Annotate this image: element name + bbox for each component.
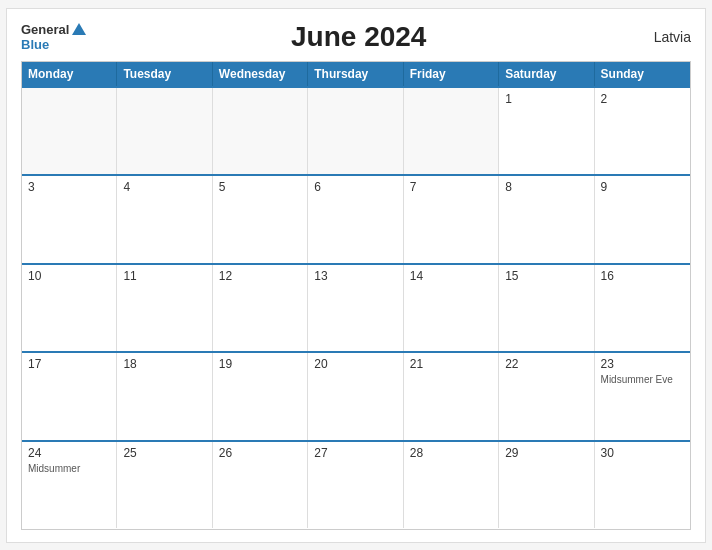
calendar-day-cell xyxy=(213,88,308,175)
day-number: 19 xyxy=(219,357,301,371)
country-label: Latvia xyxy=(631,29,691,45)
calendar-page: General Blue June 2024 Latvia Monday Tue… xyxy=(6,8,706,543)
calendar-day-cell: 27 xyxy=(308,442,403,529)
logo-general-text: General xyxy=(21,22,69,37)
header-thursday: Thursday xyxy=(308,62,403,86)
calendar-day-cell: 7 xyxy=(404,176,499,263)
header-wednesday: Wednesday xyxy=(213,62,308,86)
day-number: 13 xyxy=(314,269,396,283)
day-number: 3 xyxy=(28,180,110,194)
calendar-day-cell xyxy=(308,88,403,175)
day-number: 24 xyxy=(28,446,110,460)
day-number: 29 xyxy=(505,446,587,460)
day-number: 5 xyxy=(219,180,301,194)
calendar-day-cell: 25 xyxy=(117,442,212,529)
calendar-header-row: Monday Tuesday Wednesday Thursday Friday… xyxy=(22,62,690,86)
calendar-day-cell: 16 xyxy=(595,265,690,352)
calendar-day-cell: 5 xyxy=(213,176,308,263)
header-monday: Monday xyxy=(22,62,117,86)
header-saturday: Saturday xyxy=(499,62,594,86)
day-number: 23 xyxy=(601,357,684,371)
header-sunday: Sunday xyxy=(595,62,690,86)
calendar-week-5: 24Midsummer252627282930 xyxy=(22,440,690,529)
logo-triangle-icon xyxy=(72,23,86,35)
day-number: 1 xyxy=(505,92,587,106)
logo: General Blue xyxy=(21,22,86,52)
calendar-day-cell xyxy=(117,88,212,175)
calendar-day-cell: 11 xyxy=(117,265,212,352)
calendar-grid: Monday Tuesday Wednesday Thursday Friday… xyxy=(21,61,691,530)
event-label: Midsummer xyxy=(28,462,110,475)
calendar-day-cell: 15 xyxy=(499,265,594,352)
day-number: 17 xyxy=(28,357,110,371)
calendar-day-cell: 1 xyxy=(499,88,594,175)
calendar-day-cell: 4 xyxy=(117,176,212,263)
day-number: 14 xyxy=(410,269,492,283)
day-number: 10 xyxy=(28,269,110,283)
calendar-day-cell: 29 xyxy=(499,442,594,529)
calendar-day-cell: 21 xyxy=(404,353,499,440)
calendar-day-cell xyxy=(22,88,117,175)
calendar-day-cell: 12 xyxy=(213,265,308,352)
calendar-day-cell: 3 xyxy=(22,176,117,263)
day-number: 18 xyxy=(123,357,205,371)
calendar-week-3: 10111213141516 xyxy=(22,263,690,352)
day-number: 28 xyxy=(410,446,492,460)
calendar-week-1: 12 xyxy=(22,86,690,175)
day-number: 4 xyxy=(123,180,205,194)
calendar-day-cell: 24Midsummer xyxy=(22,442,117,529)
calendar-body: 1234567891011121314151617181920212223Mid… xyxy=(22,86,690,529)
day-number: 16 xyxy=(601,269,684,283)
calendar-day-cell xyxy=(404,88,499,175)
calendar-day-cell: 17 xyxy=(22,353,117,440)
day-number: 20 xyxy=(314,357,396,371)
calendar-day-cell: 30 xyxy=(595,442,690,529)
calendar-title: June 2024 xyxy=(86,21,631,53)
day-number: 9 xyxy=(601,180,684,194)
day-number: 21 xyxy=(410,357,492,371)
calendar-day-cell: 28 xyxy=(404,442,499,529)
day-number: 7 xyxy=(410,180,492,194)
day-number: 11 xyxy=(123,269,205,283)
header-tuesday: Tuesday xyxy=(117,62,212,86)
day-number: 6 xyxy=(314,180,396,194)
day-number: 30 xyxy=(601,446,684,460)
calendar-day-cell: 6 xyxy=(308,176,403,263)
day-number: 27 xyxy=(314,446,396,460)
day-number: 22 xyxy=(505,357,587,371)
calendar-day-cell: 8 xyxy=(499,176,594,263)
day-number: 25 xyxy=(123,446,205,460)
header-friday: Friday xyxy=(404,62,499,86)
calendar-day-cell: 19 xyxy=(213,353,308,440)
day-number: 2 xyxy=(601,92,684,106)
calendar-week-4: 17181920212223Midsummer Eve xyxy=(22,351,690,440)
calendar-day-cell: 13 xyxy=(308,265,403,352)
calendar-day-cell: 14 xyxy=(404,265,499,352)
day-number: 8 xyxy=(505,180,587,194)
calendar-day-cell: 20 xyxy=(308,353,403,440)
logo-blue-text: Blue xyxy=(21,37,49,52)
calendar-week-2: 3456789 xyxy=(22,174,690,263)
calendar-day-cell: 23Midsummer Eve xyxy=(595,353,690,440)
day-number: 12 xyxy=(219,269,301,283)
day-number: 26 xyxy=(219,446,301,460)
calendar-day-cell: 10 xyxy=(22,265,117,352)
page-header: General Blue June 2024 Latvia xyxy=(21,21,691,53)
day-number: 15 xyxy=(505,269,587,283)
event-label: Midsummer Eve xyxy=(601,373,684,386)
calendar-day-cell: 22 xyxy=(499,353,594,440)
calendar-day-cell: 2 xyxy=(595,88,690,175)
calendar-day-cell: 26 xyxy=(213,442,308,529)
calendar-day-cell: 9 xyxy=(595,176,690,263)
calendar-day-cell: 18 xyxy=(117,353,212,440)
